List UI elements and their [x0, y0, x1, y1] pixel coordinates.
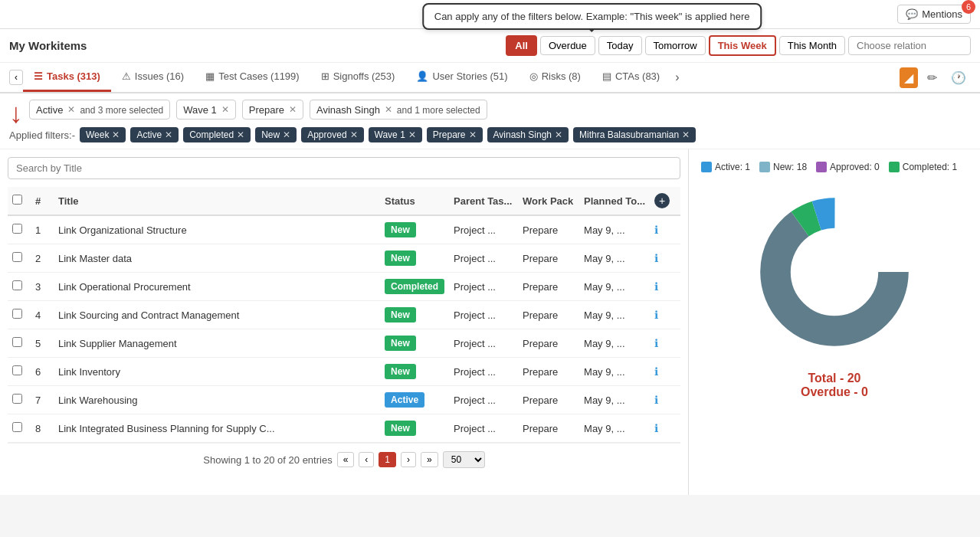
- tab-ctas[interactable]: ▤ CTAs (83): [592, 63, 670, 92]
- page-title: My Workitems: [9, 39, 87, 52]
- filter-group-wave-remove[interactable]: ✕: [221, 104, 229, 115]
- row-parent: Project ...: [449, 329, 518, 358]
- chart-overdue-label: Overdue - 0: [801, 385, 868, 399]
- info-icon[interactable]: ℹ: [654, 394, 658, 406]
- row-num: 6: [31, 358, 54, 386]
- row-checkbox-cell: [8, 273, 31, 301]
- info-icon[interactable]: ℹ: [654, 309, 658, 321]
- filter-overdue-button[interactable]: Overdue: [540, 36, 595, 55]
- tab-userstories[interactable]: 👤 User Stories (51): [405, 63, 518, 92]
- filter-group-status-remove[interactable]: ✕: [67, 104, 75, 115]
- filter-group-person-remove[interactable]: ✕: [385, 104, 392, 115]
- info-icon[interactable]: ℹ: [654, 365, 658, 378]
- status-badge: New: [385, 250, 416, 266]
- row-status: Active: [380, 386, 449, 414]
- page-1-button[interactable]: 1: [379, 452, 396, 467]
- row-checkbox[interactable]: [12, 365, 22, 375]
- page-next-button[interactable]: ›: [401, 452, 416, 467]
- row-status: New: [380, 244, 449, 273]
- row-status: New: [380, 358, 449, 386]
- page-first-button[interactable]: «: [337, 452, 355, 467]
- tab-more-button[interactable]: ›: [670, 63, 683, 92]
- tab-signoffs[interactable]: ⊞ Signoffs (253): [310, 63, 406, 92]
- search-input[interactable]: [8, 157, 680, 179]
- row-checkbox[interactable]: [12, 337, 22, 347]
- tab-tasks[interactable]: ☰ Tasks (313): [23, 63, 111, 92]
- info-icon[interactable]: ℹ: [654, 224, 658, 236]
- relation-input[interactable]: [848, 36, 971, 55]
- row-planned: May 9, ...: [579, 215, 650, 244]
- row-checkbox[interactable]: [12, 252, 22, 262]
- tasks-icon: ☰: [34, 70, 43, 82]
- row-status: New: [380, 215, 449, 244]
- donut-chart: [750, 188, 919, 356]
- row-planned: May 9, ...: [579, 244, 650, 273]
- filter-groups-row: Active ✕ and 3 more selected Wave 1 ✕ Pr…: [29, 100, 971, 120]
- edit-icon-button[interactable]: ✏: [923, 67, 942, 88]
- status-badge: New: [385, 336, 416, 351]
- filter-all-button[interactable]: All: [506, 35, 537, 56]
- applied-filters-label: Applied filters:-: [9, 129, 75, 141]
- row-parent: Project ...: [449, 358, 518, 386]
- row-checkbox[interactable]: [12, 280, 22, 290]
- row-workpack: Prepare: [518, 358, 579, 386]
- row-parent: Project ...: [449, 244, 518, 273]
- filter-thismonth-button[interactable]: This Month: [779, 36, 845, 55]
- select-all-checkbox[interactable]: [12, 195, 22, 205]
- filter-group-prepare-remove[interactable]: ✕: [289, 104, 297, 115]
- row-checkbox[interactable]: [12, 422, 22, 432]
- col-add-header: +: [650, 187, 680, 215]
- applied-tag-avinash-remove[interactable]: ✕: [555, 129, 562, 140]
- row-workpack: Prepare: [518, 386, 579, 414]
- applied-tag-approved: Approved ✕: [301, 127, 363, 142]
- status-badge: New: [385, 222, 416, 237]
- filter-today-button[interactable]: Today: [598, 36, 642, 55]
- row-checkbox-cell: [8, 244, 31, 273]
- tab-prev-button[interactable]: ‹: [9, 70, 23, 85]
- row-checkbox[interactable]: [12, 394, 22, 404]
- applied-tag-active-remove[interactable]: ✕: [165, 129, 172, 140]
- page-size-select[interactable]: 50 25 100: [443, 451, 485, 468]
- applied-tag-week-remove[interactable]: ✕: [112, 129, 120, 140]
- applied-tag-mithra-remove[interactable]: ✕: [682, 129, 690, 140]
- info-icon[interactable]: ℹ: [654, 280, 658, 293]
- tab-risks[interactable]: ◎ Risks (8): [519, 63, 592, 92]
- tab-issues[interactable]: ⚠ Issues (16): [111, 63, 195, 92]
- legend-active-label: Active: 1: [715, 162, 750, 172]
- tab-risks-label: Risks (8): [542, 70, 581, 82]
- info-icon[interactable]: ℹ: [654, 252, 658, 264]
- row-checkbox-cell: [8, 358, 31, 386]
- row-checkbox[interactable]: [12, 224, 22, 234]
- page-prev-button[interactable]: ‹: [359, 452, 374, 467]
- filter-tomorrow-button[interactable]: Tomorrow: [645, 36, 706, 55]
- applied-tag-new-remove[interactable]: ✕: [283, 129, 290, 140]
- filter-icon-button[interactable]: ◢: [900, 67, 918, 88]
- applied-tag-completed-remove[interactable]: ✕: [237, 129, 244, 140]
- add-column-button[interactable]: +: [654, 193, 670, 208]
- row-workpack: Prepare: [518, 301, 579, 329]
- applied-tag-approved-remove[interactable]: ✕: [350, 129, 358, 140]
- filter-thisweek-button[interactable]: This Week: [709, 35, 776, 56]
- row-info: ℹ: [650, 273, 680, 301]
- applied-tag-prepare-remove[interactable]: ✕: [469, 129, 477, 140]
- legend-active-dot: [701, 162, 712, 172]
- row-checkbox-cell: [8, 414, 31, 443]
- info-icon[interactable]: ℹ: [654, 422, 658, 434]
- mentions-button[interactable]: 💬 Mentions 6: [897, 5, 971, 24]
- row-checkbox[interactable]: [12, 309, 22, 319]
- table-row: 8 Link Integrated Business Planning for …: [8, 414, 680, 443]
- applied-tag-wave1-remove[interactable]: ✕: [408, 129, 416, 140]
- tab-testcases[interactable]: ▦ Test Cases (1199): [195, 63, 310, 92]
- clock-icon-button[interactable]: 🕐: [946, 67, 971, 88]
- filter-group-person: Avinash Singh ✕ and 1 more selected: [310, 100, 487, 120]
- tab-ctas-label: CTAs (83): [615, 70, 660, 82]
- applied-filters-row: Applied filters:- Week ✕ Active ✕ Comple…: [9, 127, 971, 142]
- row-planned: May 9, ...: [579, 329, 650, 358]
- mentions-label: Mentions: [922, 8, 962, 20]
- info-icon[interactable]: ℹ: [654, 337, 658, 349]
- row-title: Link Inventory: [54, 358, 380, 386]
- row-workpack: Prepare: [518, 215, 579, 244]
- row-title: Link Sourcing and Contract Management: [54, 301, 380, 329]
- page-last-button[interactable]: »: [421, 452, 438, 467]
- tab-testcases-label: Test Cases (1199): [218, 70, 300, 82]
